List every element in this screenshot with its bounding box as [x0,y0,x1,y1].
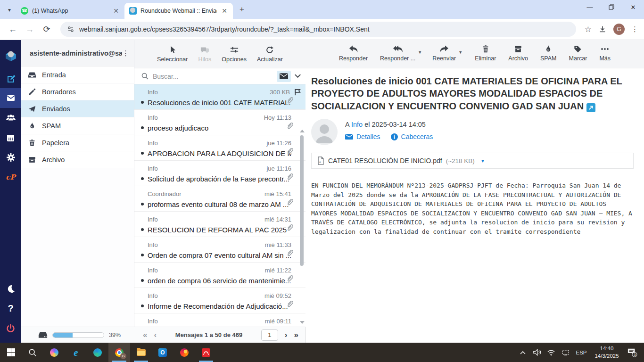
profile-avatar[interactable]: G [613,24,625,35]
internet-explorer-button[interactable]: e [65,343,87,362]
downloads-icon[interactable] [598,25,607,33]
forward-dropdown-icon[interactable]: ▼ [458,50,462,55]
forward-button[interactable]: Reenviar ▼ [432,44,456,62]
headers-toggle[interactable]: Cabeceras [391,133,433,140]
mark-button[interactable]: Marcar [569,44,587,62]
previous-page-button[interactable]: ‹ [154,331,157,339]
folder-entrada[interactable]: Entrada [21,66,134,83]
delete-button[interactable]: Eliminar [475,44,496,62]
site-settings-icon[interactable] [67,25,74,33]
clock[interactable]: 14:40 14/3/2025 [591,345,622,360]
firefox-button[interactable] [173,343,195,362]
acrobat-button[interactable] [195,343,217,362]
tab-close-icon[interactable]: ✕ [112,7,120,15]
message-row[interactable]: Infomié 09:52 Informe de Recomendación d… [134,288,305,313]
search-options-chevron-icon[interactable] [295,74,301,78]
page-number-input[interactable] [261,329,278,341]
message-row[interactable]: Infojue 11:16 Solicitud de aprobación de… [134,161,305,186]
dark-mode-button[interactable] [0,279,21,298]
details-toggle[interactable]: Detalles [345,133,380,140]
edge-button[interactable] [87,343,108,362]
tab-search-icon[interactable]: ▾ [3,3,16,16]
bookmark-star-icon[interactable]: ☆ [585,25,592,34]
to-line: A Info el 2025-03-14 14:05 [345,121,433,128]
scrollbar-thumb[interactable] [300,135,304,266]
help-button[interactable]: ? [0,298,21,318]
next-page-button[interactable]: › [285,331,288,339]
spam-button[interactable]: SPAM [540,44,557,62]
search-input[interactable] [153,73,273,80]
contacts-nav-button[interactable] [0,108,21,128]
recipient-link[interactable]: Info [351,121,363,128]
attachment-name[interactable]: CATE01 RESOLUCIÓN DE INICIO.pdf [328,157,442,165]
reload-button[interactable]: ⟳ [40,22,54,36]
message-row[interactable]: Infomié 11:22 orden de compra 06 servici… [134,263,305,288]
threads-button[interactable]: Hilos [198,45,211,63]
tray-expand-button[interactable] [517,351,529,354]
settings-nav-button[interactable] [0,148,21,167]
cpanel-button[interactable]: cP [0,167,21,187]
tab-close-icon[interactable]: ✕ [221,7,228,15]
outlook-button[interactable]: O [152,343,173,362]
logout-button[interactable] [0,318,21,338]
reply-all-dropdown-icon[interactable]: ▼ [418,50,422,55]
scroll-down-icon[interactable] [300,321,305,324]
folder-enviados[interactable]: Enviados [21,100,134,117]
language-indicator[interactable]: ESP [573,350,589,355]
reply-all-button[interactable]: Responder ... ▼ [380,44,415,62]
copilot-button[interactable] [43,343,65,362]
search-scope-button[interactable] [277,71,291,82]
display-icon [561,349,570,356]
refresh-button[interactable]: Actualizar [257,45,283,63]
chrome-button[interactable]: G [108,343,130,362]
roundcube-logo[interactable] [0,44,21,68]
compose-button[interactable] [0,68,21,88]
new-tab-button[interactable]: + [236,3,248,16]
taskbar-search-button[interactable] [22,343,43,362]
browser-menu-icon[interactable]: ⋮ [631,25,638,33]
first-page-button[interactable]: « [143,331,147,339]
acrobat-icon [202,348,210,357]
attachment-bar[interactable]: A CATE01 RESOLUCIÓN DE INICIO.pdf (~218 … [311,153,634,169]
open-in-new-window-icon[interactable] [586,103,595,112]
folder-papelera[interactable]: Papelera [21,134,134,151]
flag-icon[interactable] [294,88,302,96]
list-scrollbar[interactable] [299,132,305,324]
last-page-button[interactable]: » [294,331,298,339]
address-bar[interactable]: webmail.sanjuan.gob.ec/cpsess3265394567/… [60,22,576,37]
folder-borradores[interactable]: Borradores [21,83,134,100]
file-explorer-button[interactable] [130,343,152,362]
back-button[interactable]: ← [6,22,20,36]
close-button[interactable]: ✕ [622,0,644,14]
account-menu-icon[interactable]: ⋮ [122,49,129,58]
select-button[interactable]: Seleccionar [157,45,188,63]
start-button[interactable] [0,343,22,362]
more-button[interactable]: Más [599,44,611,62]
options-button[interactable]: Opciones [222,45,247,63]
notification-center-button[interactable]: 3 [624,348,640,357]
scroll-up-icon[interactable] [300,130,305,132]
wifi-button[interactable] [545,349,557,356]
tab-roundcube[interactable]: Roundcube Webmail :: Enviados ✕ [124,3,233,19]
tab-whatsapp[interactable]: ☎ (1) WhatsApp ✕ [16,3,124,19]
folder-archivo[interactable]: Archivo [21,151,134,168]
connect-display-button[interactable] [559,349,571,356]
archive-button[interactable]: Archivo [508,44,528,62]
message-row[interactable]: Coordinadormié 15:41 proformas evento cu… [134,186,305,212]
message-row[interactable]: Infomié 09:11 [134,313,305,327]
message-row[interactable]: Info300 KB Resoluciones de inicio 001 CA… [134,84,305,110]
message-row[interactable]: Infojue 11:26 APROBACION PARA LA ADQUISI… [134,135,305,161]
envelope-icon [345,134,353,140]
message-row[interactable]: Infomié 14:31 RESOLUCION DE REFORMA AL P… [134,212,305,237]
volume-button[interactable] [531,349,543,356]
message-row[interactable]: Infomié 11:33 Orden de compra 07 evento … [134,237,305,263]
restore-button[interactable] [601,0,622,14]
folder-spam[interactable]: SPAM [21,117,134,134]
message-row[interactable]: InfoHoy 11:13 proceso adjudicaco [134,110,305,135]
calendar-nav-button[interactable] [0,128,21,148]
mail-nav-button[interactable] [0,88,21,108]
attachment-dropdown-icon[interactable]: ▼ [480,158,485,164]
forward-button[interactable]: → [23,22,37,36]
minimize-button[interactable]: — [579,0,601,14]
reply-button[interactable]: Responder [339,44,368,62]
